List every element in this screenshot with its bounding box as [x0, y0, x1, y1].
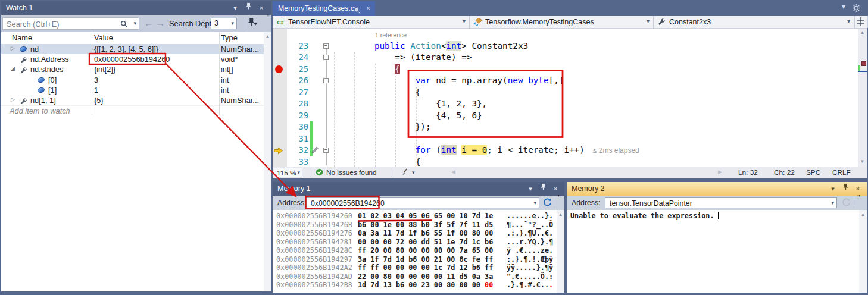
chevron-down-icon[interactable]: ▾: [831, 200, 834, 206]
address-field[interactable]: [310, 199, 529, 208]
column-name[interactable]: Name: [12, 33, 32, 42]
search-input[interactable]: [5, 18, 109, 30]
column-type[interactable]: Type: [221, 33, 238, 42]
expand-icon[interactable]: ▷: [11, 96, 15, 102]
watch-add-row[interactable]: Add item to watch: [1, 105, 264, 117]
watch-row[interactable]: nd.Address0x000002556b194260void*: [1, 54, 264, 64]
watch-row[interactable]: ▷nd[1, 1]{5}NumShar...: [1, 95, 264, 105]
address-field[interactable]: [608, 199, 827, 208]
chevron-down-icon[interactable]: ▾: [525, 182, 536, 196]
watch-row[interactable]: [1]1int: [1, 85, 264, 95]
column-value[interactable]: Value: [94, 33, 113, 42]
scroll-up-icon[interactable]: ▲: [264, 34, 271, 39]
scroll-right-icon[interactable]: ▶: [718, 169, 722, 175]
nav-class-dropdown[interactable]: Tensorflow.MemoryTestingCases ▾: [470, 16, 654, 28]
line-number[interactable]: 26: [287, 75, 308, 86]
column-separator[interactable]: [92, 32, 92, 115]
expand-icon[interactable]: ▷: [11, 45, 15, 51]
overflow-icon[interactable]: ’’: [857, 194, 860, 201]
column-separator[interactable]: [219, 32, 220, 115]
gear-icon[interactable]: [852, 4, 861, 14]
code-line[interactable]: {4, 5, 6}: [333, 110, 482, 121]
memory2-address-input[interactable]: ▾: [605, 197, 837, 208]
nav-member-dropdown[interactable]: Constant2x3 ▾: [654, 16, 854, 28]
line-number[interactable]: 31: [287, 133, 308, 145]
broom-icon[interactable]: [401, 168, 410, 178]
code-line[interactable]: {1, 2, 3},: [333, 98, 487, 109]
memory1-scrollbar[interactable]: ▲: [557, 210, 564, 293]
issues-check-icon[interactable]: [316, 168, 323, 178]
overflow-icon[interactable]: ’’: [558, 194, 561, 201]
chevron-down-icon[interactable]: ▾: [230, 1, 241, 15]
watch-value[interactable]: {int[2]}: [94, 65, 115, 74]
split-editor-button[interactable]: [854, 16, 868, 28]
scroll-up-icon[interactable]: ▲: [858, 30, 867, 35]
code-line[interactable]: });: [333, 121, 431, 133]
collapse-toggle-icon[interactable]: [323, 78, 329, 83]
collapse-toggle-icon[interactable]: [323, 148, 329, 153]
line-number[interactable]: 25: [287, 64, 308, 75]
line-number[interactable]: 33: [287, 156, 308, 167]
line-number[interactable]: 27: [287, 87, 308, 98]
code-editor[interactable]: 1 reference 23 public Action<int> Consta…: [273, 29, 867, 167]
watch-value[interactable]: {[[1, 2, 3], [4, 5, 6]]}: [94, 45, 158, 54]
scroll-up-icon[interactable]: ▲: [557, 212, 564, 217]
refresh-icon[interactable]: [543, 198, 552, 208]
memory1-address-input[interactable]: ▾: [306, 197, 539, 208]
chevron-down-icon[interactable]: ▾: [412, 170, 415, 175]
pin-icon[interactable]: [840, 182, 851, 196]
nav-project-dropdown[interactable]: C# TensorFlowNET.Console ▾: [273, 16, 470, 28]
line-number[interactable]: 28: [287, 98, 308, 109]
code-line[interactable]: for (int i = 0; i < iterate; i++)≤ 2ms e…: [333, 145, 639, 156]
editor-vertical-scrollbar[interactable]: ▲ ▼: [858, 29, 867, 167]
code-line[interactable]: {: [333, 64, 400, 75]
line-number[interactable]: 32: [287, 145, 308, 156]
scroll-up-icon[interactable]: ▲: [859, 212, 867, 217]
code-line[interactable]: {: [333, 156, 420, 167]
line-number[interactable]: 30: [287, 121, 308, 133]
codelens-references[interactable]: 1 reference: [375, 32, 407, 39]
zoom-level-select[interactable]: 115 % ▾: [274, 168, 302, 177]
watch-row[interactable]: ▷nd{[[1, 2, 3], [4, 5, 6]]}NumShar...: [1, 44, 264, 54]
chevron-down-icon[interactable]: ▾: [533, 200, 536, 206]
watch-value[interactable]: {5}: [94, 96, 104, 105]
code-line[interactable]: var nd = np.array(new byte[,]: [333, 75, 564, 86]
forward-arrow-icon[interactable]: →: [156, 18, 165, 28]
code-line[interactable]: public Action<int> Constant2x3: [333, 40, 528, 52]
watch-row[interactable]: [0]3int: [1, 75, 264, 85]
collapse-icon[interactable]: ◢: [11, 65, 15, 71]
watch-value[interactable]: 1: [94, 86, 98, 95]
watch-value[interactable]: 0x000002556b194260: [94, 55, 170, 64]
tab-close-icon[interactable]: ×: [366, 1, 370, 16]
chevron-down-icon[interactable]: ▾: [828, 182, 838, 196]
memory2-scrollbar[interactable]: ▲: [859, 210, 867, 293]
search-depth-select[interactable]: 3 ▾: [211, 18, 237, 29]
scroll-left-icon[interactable]: ◀: [451, 169, 455, 175]
line-number[interactable]: 24: [287, 52, 308, 63]
watch-value[interactable]: 3: [94, 76, 98, 84]
collapse-toggle-icon[interactable]: [323, 43, 329, 49]
watch-scrollbar[interactable]: ▲: [264, 32, 271, 291]
line-number[interactable]: 29: [287, 110, 308, 121]
watch-search-box[interactable]: ▾: [2, 17, 139, 30]
scroll-down-icon[interactable]: ▼: [858, 159, 867, 164]
toolbar-overflow-icon[interactable]: ’’: [267, 14, 270, 21]
editor-tab[interactable]: MemoryTestingCases.cs ×: [273, 1, 375, 16]
code-line[interactable]: {: [333, 87, 420, 98]
close-icon[interactable]: ×: [256, 1, 267, 15]
watch-row[interactable]: ◢nd.strides{int[2]}int[]: [1, 64, 264, 74]
window-chevron-down-icon[interactable]: ▾: [842, 2, 845, 11]
collapse-toggle-icon[interactable]: [323, 55, 329, 60]
pin-filter-icon[interactable]: [248, 17, 258, 31]
pin-icon[interactable]: [243, 1, 254, 15]
search-icon[interactable]: [120, 20, 128, 30]
pin-icon[interactable]: [538, 182, 548, 196]
back-arrow-icon[interactable]: ←: [144, 18, 153, 28]
code-line[interactable]: => (iterate) =>: [333, 52, 472, 63]
memory1-hex-dump[interactable]: 0x000002556B19426001 02 03 04 05 06 65 0…: [273, 210, 557, 293]
line-number[interactable]: 23: [287, 40, 308, 52]
search-dropdown-icon[interactable]: ▾: [133, 20, 136, 26]
issues-status-text[interactable]: No issues found: [326, 168, 377, 177]
memory2-content[interactable]: Unable to evaluate the expression.: [567, 210, 859, 293]
breakpoint-icon[interactable]: [275, 65, 283, 73]
